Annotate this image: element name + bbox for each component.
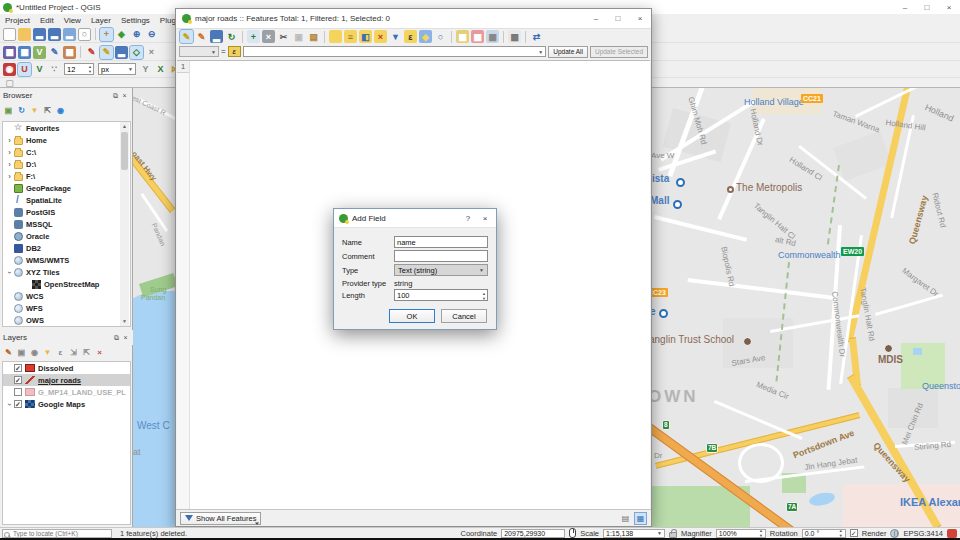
manage-map-themes-icon[interactable]: ◉ — [29, 347, 40, 358]
layer-checkbox[interactable]: ✓ — [14, 376, 22, 384]
add-raster-layer-icon[interactable]: V — [33, 46, 46, 59]
expand-all-icon[interactable]: ⇲ — [68, 347, 79, 358]
zoom-full-icon[interactable]: ◈ — [115, 28, 128, 41]
snap-vertex-icon[interactable]: V — [33, 63, 46, 76]
chevron-icon[interactable]: › — [5, 136, 14, 145]
crs-value[interactable]: EPSG:3414 — [903, 529, 943, 538]
multi-edit-icon[interactable]: ✎ — [195, 30, 208, 43]
collapse-all-icon[interactable]: ⇱ — [42, 105, 53, 116]
browser-item-spatialite[interactable]: SpatiaLite — [3, 194, 130, 206]
filter-legend-icon[interactable]: ▼ — [42, 347, 53, 358]
new-geopackage-layer-icon[interactable]: ✎ — [48, 46, 61, 59]
layer-checkbox[interactable]: ✓ — [14, 364, 22, 372]
invert-selection-icon[interactable]: ◧ — [359, 30, 372, 43]
expression-input[interactable]: ▼ — [243, 46, 547, 57]
rotation-input[interactable]: 0.0 °▲▼ — [802, 529, 846, 538]
dock-attribute-table-icon[interactable]: ⇄ — [530, 30, 543, 43]
properties-widget-icon[interactable]: ◉ — [55, 105, 66, 116]
render-checkbox[interactable]: ✓ — [850, 529, 858, 537]
save-layer-edits-icon[interactable]: ▂ — [115, 46, 128, 59]
new-print-layout-icon[interactable]: ○ — [78, 28, 91, 41]
snap-on-intersection-icon[interactable]: X — [154, 63, 167, 76]
topological-editing-icon[interactable]: Y — [139, 63, 152, 76]
menu-edit[interactable]: Edit — [40, 16, 54, 25]
save-edits-icon[interactable]: ▂ — [210, 30, 223, 43]
field-combo[interactable]: ▼ — [179, 46, 219, 57]
current-edits-icon[interactable]: ✎ — [85, 46, 98, 59]
copy-features-icon[interactable]: ▣ — [292, 30, 305, 43]
browser-item-geopackage[interactable]: GeoPackage — [3, 182, 130, 194]
browser-item-openstreetmap[interactable]: OpenStreetMap — [3, 278, 130, 290]
browser-item-wfs[interactable]: WFS — [3, 302, 130, 314]
crs-globe-icon[interactable] — [890, 529, 899, 538]
delete-selected-icon[interactable]: × — [145, 46, 158, 59]
open-project-icon[interactable] — [18, 28, 31, 41]
coordinate-input[interactable]: 20975,29930 — [501, 529, 565, 538]
browser-item-postgis[interactable]: PostGIS — [3, 206, 130, 218]
expression-builder-button[interactable]: ε — [228, 46, 241, 57]
move-selection-to-top-icon[interactable]: ◆ — [419, 30, 432, 43]
vertex-tool-icon[interactable]: ◇ — [130, 46, 143, 59]
chevron-icon[interactable]: › — [5, 172, 14, 181]
save-project-icon[interactable]: ▂ — [33, 28, 46, 41]
layer-checkbox[interactable]: ✓ — [14, 400, 22, 408]
update-all-button[interactable]: Update All — [548, 46, 588, 58]
add-group-icon[interactable]: ▣ — [16, 347, 27, 358]
scroll-up-icon[interactable]: ▲ — [120, 122, 129, 131]
remove-layer-icon[interactable]: × — [94, 347, 105, 358]
layer-item-dissolved[interactable]: ✓Dissolved — [3, 362, 130, 374]
row-number[interactable]: 1 — [177, 61, 189, 73]
spinner-arrows-icon[interactable]: ▲▼ — [759, 528, 763, 538]
zoom-in-icon[interactable]: ⊕ — [130, 28, 143, 41]
browser-item-wms-wmts[interactable]: WMS/WMTS — [3, 254, 130, 266]
open-field-calculator-icon[interactable]: ▦ — [486, 30, 499, 43]
attribute-table-titlebar[interactable]: major roads :: Features Total: 1, Filter… — [176, 9, 651, 29]
browser-item-ows[interactable]: OWS — [3, 314, 130, 326]
browser-item-xyz-tiles[interactable]: ›XYZ Tiles — [3, 266, 130, 278]
table-view-toggle[interactable]: ▦ — [634, 512, 647, 525]
spinner-arrows-icon[interactable]: ▲▼ — [88, 64, 92, 74]
data-source-manager-icon[interactable]: ▦ — [3, 46, 16, 59]
delete-selected-features-icon[interactable]: × — [262, 30, 275, 43]
select-by-filter-icon[interactable]: ▼ — [389, 30, 402, 43]
delete-field-icon[interactable]: ▦ — [471, 30, 484, 43]
save-as-template-icon[interactable]: ▂ — [63, 28, 76, 41]
enable-snapping-icon[interactable]: U — [18, 63, 31, 76]
browser-item-wcs[interactable]: WCS — [3, 290, 130, 302]
pan-map-icon[interactable]: + — [100, 28, 113, 41]
maximize-icon[interactable]: □ — [916, 3, 938, 12]
menu-layer[interactable]: Layer — [91, 16, 111, 25]
scroll-thumb[interactable] — [121, 132, 128, 170]
lock-scale-icon[interactable] — [669, 532, 677, 538]
name-field[interactable] — [394, 236, 488, 248]
toggle-editing-icon[interactable]: ✎ — [100, 46, 113, 59]
float-panel-icon[interactable]: ⧉ — [112, 334, 121, 342]
paste-features-icon[interactable]: ▤ — [307, 30, 320, 43]
cancel-button[interactable]: Cancel — [441, 309, 487, 323]
browser-item-oracle[interactable]: Oracle — [3, 230, 130, 242]
browser-item-home[interactable]: ›Home — [3, 134, 130, 146]
chevron-icon[interactable]: › — [5, 400, 14, 409]
scroll-down-icon[interactable]: ▼ — [120, 317, 129, 326]
browser-item-db2[interactable]: DB2 — [3, 242, 130, 254]
refresh-icon[interactable]: ↻ — [16, 105, 27, 116]
add-vector-layer-icon[interactable]: ▦ — [18, 46, 31, 59]
add-selected-layers-icon[interactable]: ▣ — [3, 105, 14, 116]
menu-view[interactable]: View — [64, 16, 81, 25]
new-shapefile-layer-icon[interactable]: ▦ — [63, 46, 76, 59]
browser-item-c-[interactable]: ›C:\ — [3, 146, 130, 158]
length-field[interactable] — [394, 289, 488, 301]
pan-to-selection-icon[interactable]: ≡ — [344, 30, 357, 43]
chevron-icon[interactable]: › — [5, 148, 14, 157]
snapping-options-icon[interactable]: ◉ — [3, 63, 16, 76]
deselect-all-icon[interactable]: × — [374, 30, 387, 43]
close-panel-icon[interactable]: × — [121, 334, 130, 341]
layer-item-g-mp14-land-use-pl[interactable]: G_MP14_LAND_USE_PL — [3, 386, 130, 398]
add-feature-icon[interactable]: + — [247, 30, 260, 43]
minimize-icon[interactable]: – — [585, 14, 607, 23]
collapse-all-layers-icon[interactable]: ⇱ — [81, 347, 92, 358]
snap-unit-select[interactable]: px ▼ — [98, 63, 136, 75]
browser-item-d-[interactable]: ›D:\ — [3, 158, 130, 170]
search-widget-icon[interactable]: ○ — [434, 30, 447, 43]
messages-icon[interactable] — [947, 529, 957, 538]
